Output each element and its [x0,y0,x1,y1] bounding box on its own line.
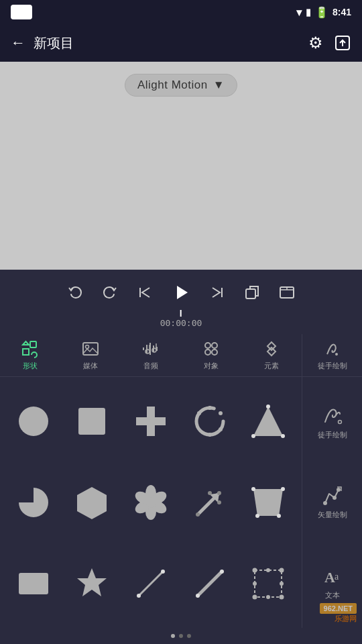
undo-button[interactable] [66,283,84,302]
watermark-box: 962.NET [320,603,357,614]
svg-point-75 [337,488,341,492]
redo-button[interactable] [101,283,119,302]
svg-point-52 [281,487,285,491]
text-tool[interactable]: A a 文本 [321,565,344,600]
freehand-tab-label: 徒手绘制 [318,361,347,371]
shape-triangle[interactable] [240,382,296,461]
dot-2 [179,634,183,638]
shapes-grid [0,377,302,628]
svg-point-30 [219,427,223,431]
svg-point-72 [338,421,341,424]
svg-rect-9 [23,349,29,355]
objects-tab-icon [202,339,221,358]
shape-flower[interactable] [123,464,179,542]
freehand-draw-tool[interactable]: 徒手绘制 [318,405,347,440]
tab-objects[interactable]: 对象 [181,334,241,376]
alight-motion-badge[interactable]: Alight Motion ▼ [125,74,237,97]
shape-plus[interactable] [123,382,179,461]
svg-rect-25 [136,417,166,425]
svg-marker-32 [253,407,283,436]
svg-rect-55 [19,573,48,594]
badge-dropdown-arrow: ▼ [213,78,225,92]
svg-point-74 [333,496,337,500]
svg-point-64 [253,568,257,572]
elements-tab-icon [262,339,281,358]
status-bar: ▾ ▮ 🔋 8:41 [0,0,362,24]
shape-star[interactable] [64,544,121,623]
shape-pie[interactable] [5,464,62,542]
play-button[interactable] [170,282,192,303]
back-button[interactable]: ← [11,34,25,52]
shapes-panel: 徒手绘制 矢量绘制 A a 文本 [0,377,362,628]
shape-line1[interactable] [123,544,179,623]
svg-text:A: A [324,569,335,586]
shape-rect2[interactable] [5,544,62,623]
tab-elements-label: 元素 [264,361,279,371]
text-tool-label: 文本 [325,590,340,600]
shape-circle[interactable] [5,382,62,461]
shape-arrow[interactable] [182,464,238,542]
svg-point-34 [281,434,285,438]
svg-point-67 [280,594,284,599]
tab-media-label: 媒体 [83,361,98,371]
shape-square[interactable] [64,382,121,461]
svg-point-51 [251,487,255,491]
svg-point-61 [196,594,200,598]
svg-text:a: a [335,572,339,582]
shapes-tab-icon [21,339,40,358]
status-icons: ▾ ▮ 🔋 8:41 [296,6,351,19]
shape-line2[interactable] [182,544,238,623]
to-end-button[interactable] [208,283,227,302]
dot-1 [171,634,175,638]
shape-arc[interactable] [182,382,238,461]
tab-audio[interactable]: 音频 [121,334,181,376]
time-display: 8:41 [333,7,351,17]
tab-media[interactable]: 媒体 [60,334,121,376]
svg-point-46 [196,513,200,517]
vector-tool-label: 矢量绘制 [318,510,347,520]
tab-bar: 形状 媒体 音频 [0,334,362,377]
timecode-display: 00:00:00 [160,318,202,328]
svg-rect-10 [30,341,36,347]
svg-marker-56 [77,568,107,596]
vector-draw-tool[interactable]: 矢量绘制 [318,484,347,520]
to-start-button[interactable] [135,283,154,302]
svg-point-68 [266,568,270,572]
svg-point-70 [253,582,257,586]
svg-point-43 [145,497,156,508]
shape-trapezoid[interactable] [240,464,296,542]
svg-rect-63 [255,570,282,597]
top-nav: ← 新项目 ⚙ [0,24,362,62]
signal-icon: ▮ [306,7,311,17]
svg-point-29 [208,406,212,410]
tab-shapes[interactable]: 形状 [0,334,60,376]
battery-icon: 🔋 [315,6,328,19]
project-title: 新项目 [34,34,74,52]
svg-marker-50 [253,489,283,516]
svg-marker-36 [77,487,107,519]
svg-line-57 [139,572,163,596]
freehand-tab-icon [323,339,342,358]
svg-point-27 [219,411,223,415]
shape-dotbox[interactable] [240,544,296,623]
svg-point-73 [323,501,327,505]
svg-rect-11 [83,343,98,355]
svg-point-59 [161,570,165,574]
svg-point-33 [251,434,255,438]
svg-rect-5 [246,289,255,299]
shape-hexagon[interactable] [64,464,121,542]
svg-point-48 [208,491,212,495]
tab-elements[interactable]: 元素 [241,334,302,376]
svg-point-47 [217,491,221,495]
bottom-panel: 形状 媒体 音频 [0,334,362,644]
svg-point-20 [212,350,217,355]
duplicate-button[interactable] [243,283,261,302]
export-button[interactable] [334,34,351,52]
expand-button[interactable] [278,283,296,302]
alight-motion-label: Alight Motion [137,78,208,92]
tab-freehand-header[interactable]: 徒手绘制 [302,334,362,376]
settings-button[interactable]: ⚙ [308,34,323,52]
svg-point-54 [277,514,281,518]
freehand-icon [321,405,344,427]
svg-line-60 [198,572,222,596]
